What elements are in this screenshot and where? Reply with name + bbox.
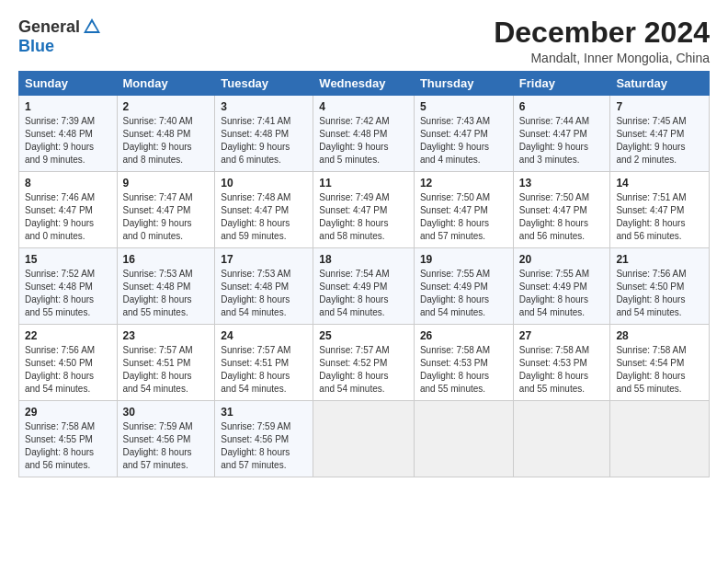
day-detail: Sunrise: 7:56 AM Sunset: 4:50 PM Dayligh… bbox=[616, 268, 703, 319]
calendar-cell: 12Sunrise: 7:50 AM Sunset: 4:47 PM Dayli… bbox=[414, 172, 513, 248]
day-number: 28 bbox=[616, 329, 703, 342]
day-number: 31 bbox=[221, 406, 307, 419]
day-number: 3 bbox=[221, 100, 307, 113]
calendar-week-4: 22Sunrise: 7:56 AM Sunset: 4:50 PM Dayli… bbox=[19, 325, 710, 401]
logo-icon bbox=[82, 17, 102, 37]
calendar-header-row: SundayMondayTuesdayWednesdayThursdayFrid… bbox=[19, 72, 710, 96]
calendar-cell: 27Sunrise: 7:58 AM Sunset: 4:53 PM Dayli… bbox=[513, 325, 610, 401]
col-header-wednesday: Wednesday bbox=[313, 72, 415, 96]
calendar-cell: 19Sunrise: 7:55 AM Sunset: 4:49 PM Dayli… bbox=[414, 248, 513, 325]
day-number: 11 bbox=[319, 177, 408, 190]
day-number: 7 bbox=[616, 100, 703, 113]
calendar-cell: 1Sunrise: 7:39 AM Sunset: 4:48 PM Daylig… bbox=[19, 96, 118, 172]
day-number: 27 bbox=[519, 329, 605, 342]
calendar-cell: 25Sunrise: 7:57 AM Sunset: 4:52 PM Dayli… bbox=[313, 325, 415, 401]
day-detail: Sunrise: 7:55 AM Sunset: 4:49 PM Dayligh… bbox=[519, 268, 605, 319]
calendar-cell: 26Sunrise: 7:58 AM Sunset: 4:53 PM Dayli… bbox=[414, 325, 513, 401]
day-detail: Sunrise: 7:55 AM Sunset: 4:49 PM Dayligh… bbox=[420, 268, 507, 319]
calendar-cell: 9Sunrise: 7:47 AM Sunset: 4:47 PM Daylig… bbox=[117, 172, 215, 248]
day-detail: Sunrise: 7:59 AM Sunset: 4:56 PM Dayligh… bbox=[221, 420, 307, 472]
day-detail: Sunrise: 7:44 AM Sunset: 4:47 PM Dayligh… bbox=[519, 115, 605, 167]
calendar-cell: 4Sunrise: 7:42 AM Sunset: 4:48 PM Daylig… bbox=[313, 96, 415, 172]
day-number: 24 bbox=[221, 329, 307, 342]
calendar-cell bbox=[414, 401, 513, 477]
col-header-tuesday: Tuesday bbox=[215, 72, 313, 96]
day-detail: Sunrise: 7:58 AM Sunset: 4:55 PM Dayligh… bbox=[25, 420, 111, 472]
day-detail: Sunrise: 7:46 AM Sunset: 4:47 PM Dayligh… bbox=[25, 191, 111, 243]
day-detail: Sunrise: 7:51 AM Sunset: 4:47 PM Dayligh… bbox=[616, 191, 703, 243]
calendar-week-5: 29Sunrise: 7:58 AM Sunset: 4:55 PM Dayli… bbox=[19, 401, 710, 477]
day-detail: Sunrise: 7:54 AM Sunset: 4:49 PM Dayligh… bbox=[319, 268, 408, 319]
day-detail: Sunrise: 7:50 AM Sunset: 4:47 PM Dayligh… bbox=[519, 191, 605, 243]
calendar-cell: 11Sunrise: 7:49 AM Sunset: 4:47 PM Dayli… bbox=[313, 172, 415, 248]
calendar-cell: 15Sunrise: 7:52 AM Sunset: 4:48 PM Dayli… bbox=[19, 248, 118, 325]
day-number: 22 bbox=[25, 329, 111, 342]
logo-blue-text: Blue bbox=[18, 37, 54, 56]
logo: General Blue bbox=[18, 17, 102, 56]
day-detail: Sunrise: 7:57 AM Sunset: 4:52 PM Dayligh… bbox=[319, 344, 408, 396]
day-number: 19 bbox=[420, 253, 507, 266]
calendar-cell: 5Sunrise: 7:43 AM Sunset: 4:47 PM Daylig… bbox=[414, 96, 513, 172]
day-number: 16 bbox=[123, 253, 210, 266]
day-number: 25 bbox=[319, 329, 408, 342]
calendar-cell: 13Sunrise: 7:50 AM Sunset: 4:47 PM Dayli… bbox=[513, 172, 610, 248]
day-number: 13 bbox=[519, 177, 605, 190]
day-detail: Sunrise: 7:53 AM Sunset: 4:48 PM Dayligh… bbox=[123, 268, 210, 319]
day-detail: Sunrise: 7:58 AM Sunset: 4:54 PM Dayligh… bbox=[616, 344, 703, 396]
day-detail: Sunrise: 7:45 AM Sunset: 4:47 PM Dayligh… bbox=[616, 115, 703, 167]
day-number: 30 bbox=[123, 406, 210, 419]
calendar-cell: 7Sunrise: 7:45 AM Sunset: 4:47 PM Daylig… bbox=[610, 96, 710, 172]
day-number: 4 bbox=[319, 100, 408, 113]
main-title: December 2024 bbox=[494, 17, 710, 49]
day-detail: Sunrise: 7:41 AM Sunset: 4:48 PM Dayligh… bbox=[221, 115, 307, 167]
calendar-cell: 8Sunrise: 7:46 AM Sunset: 4:47 PM Daylig… bbox=[19, 172, 118, 248]
day-number: 20 bbox=[519, 253, 605, 266]
day-number: 21 bbox=[616, 253, 703, 266]
page: General Blue December 2024 Mandalt, Inne… bbox=[0, 0, 728, 487]
day-number: 12 bbox=[420, 177, 507, 190]
day-number: 18 bbox=[319, 253, 408, 266]
day-detail: Sunrise: 7:42 AM Sunset: 4:48 PM Dayligh… bbox=[319, 115, 408, 167]
col-header-saturday: Saturday bbox=[610, 72, 710, 96]
calendar-cell: 16Sunrise: 7:53 AM Sunset: 4:48 PM Dayli… bbox=[117, 248, 215, 325]
calendar-week-2: 8Sunrise: 7:46 AM Sunset: 4:47 PM Daylig… bbox=[19, 172, 710, 248]
day-detail: Sunrise: 7:40 AM Sunset: 4:48 PM Dayligh… bbox=[123, 115, 210, 167]
calendar-cell: 17Sunrise: 7:53 AM Sunset: 4:48 PM Dayli… bbox=[215, 248, 313, 325]
calendar-cell: 29Sunrise: 7:58 AM Sunset: 4:55 PM Dayli… bbox=[19, 401, 118, 477]
col-header-thursday: Thursday bbox=[414, 72, 513, 96]
title-block: December 2024 Mandalt, Inner Mongolia, C… bbox=[494, 17, 710, 65]
day-detail: Sunrise: 7:52 AM Sunset: 4:48 PM Dayligh… bbox=[25, 268, 111, 319]
calendar-cell: 31Sunrise: 7:59 AM Sunset: 4:56 PM Dayli… bbox=[215, 401, 313, 477]
calendar-cell: 30Sunrise: 7:59 AM Sunset: 4:56 PM Dayli… bbox=[117, 401, 215, 477]
logo-general-text: General bbox=[18, 17, 80, 37]
day-detail: Sunrise: 7:48 AM Sunset: 4:47 PM Dayligh… bbox=[221, 191, 307, 243]
day-detail: Sunrise: 7:57 AM Sunset: 4:51 PM Dayligh… bbox=[123, 344, 210, 396]
calendar-cell: 23Sunrise: 7:57 AM Sunset: 4:51 PM Dayli… bbox=[117, 325, 215, 401]
subtitle: Mandalt, Inner Mongolia, China bbox=[494, 51, 710, 65]
day-number: 1 bbox=[25, 100, 111, 113]
calendar-week-3: 15Sunrise: 7:52 AM Sunset: 4:48 PM Dayli… bbox=[19, 248, 710, 325]
calendar-cell: 10Sunrise: 7:48 AM Sunset: 4:47 PM Dayli… bbox=[215, 172, 313, 248]
calendar-cell: 6Sunrise: 7:44 AM Sunset: 4:47 PM Daylig… bbox=[513, 96, 610, 172]
calendar-table: SundayMondayTuesdayWednesdayThursdayFrid… bbox=[18, 71, 710, 477]
day-number: 23 bbox=[123, 329, 210, 342]
calendar-week-1: 1Sunrise: 7:39 AM Sunset: 4:48 PM Daylig… bbox=[19, 96, 710, 172]
calendar-cell bbox=[610, 401, 710, 477]
calendar-cell: 2Sunrise: 7:40 AM Sunset: 4:48 PM Daylig… bbox=[117, 96, 215, 172]
col-header-monday: Monday bbox=[117, 72, 215, 96]
day-number: 26 bbox=[420, 329, 507, 342]
day-number: 15 bbox=[25, 253, 111, 266]
day-detail: Sunrise: 7:47 AM Sunset: 4:47 PM Dayligh… bbox=[123, 191, 210, 243]
day-detail: Sunrise: 7:58 AM Sunset: 4:53 PM Dayligh… bbox=[519, 344, 605, 396]
col-header-sunday: Sunday bbox=[19, 72, 118, 96]
day-number: 6 bbox=[519, 100, 605, 113]
day-detail: Sunrise: 7:50 AM Sunset: 4:47 PM Dayligh… bbox=[420, 191, 507, 243]
calendar-cell: 28Sunrise: 7:58 AM Sunset: 4:54 PM Dayli… bbox=[610, 325, 710, 401]
day-number: 9 bbox=[123, 177, 210, 190]
day-detail: Sunrise: 7:39 AM Sunset: 4:48 PM Dayligh… bbox=[25, 115, 111, 167]
calendar-cell bbox=[513, 401, 610, 477]
day-number: 14 bbox=[616, 177, 703, 190]
day-detail: Sunrise: 7:56 AM Sunset: 4:50 PM Dayligh… bbox=[25, 344, 111, 396]
calendar-cell: 22Sunrise: 7:56 AM Sunset: 4:50 PM Dayli… bbox=[19, 325, 118, 401]
day-number: 2 bbox=[123, 100, 210, 113]
